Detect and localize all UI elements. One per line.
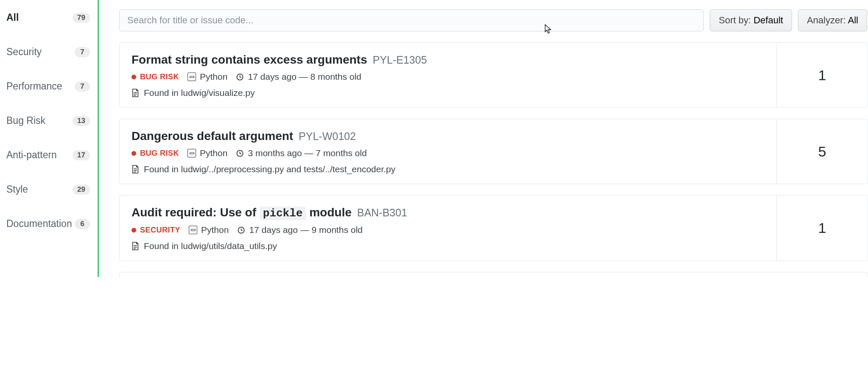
analyzer-button[interactable]: Analyzer: All (798, 9, 867, 31)
issue-card-partial (119, 272, 868, 277)
sidebar-item-bug-risk[interactable]: Bug Risk13 (0, 111, 98, 131)
issue-title: Audit required: Use of pickle module (132, 206, 352, 219)
sidebar-item-performance[interactable]: Performance7 (0, 76, 98, 96)
issue-title: Format string contains excess arguments (132, 53, 367, 66)
location-text: Found in ludwig/../preprocessing.py and … (144, 164, 395, 174)
count-badge: 29 (73, 185, 90, 195)
time-group: 17 days ago — 8 months old (236, 72, 361, 82)
time-group: 3 months ago — 7 months old (236, 148, 367, 158)
language-label: Python (200, 148, 227, 158)
count-badge: 79 (73, 13, 90, 23)
issue-title: Dangerous default argument (132, 129, 293, 143)
file-icon (132, 88, 139, 98)
sidebar-item-documentation[interactable]: Documentation6 (0, 214, 98, 234)
issue-main: Audit required: Use of pickle module BAN… (120, 196, 776, 260)
issue-card[interactable]: Dangerous default argument PYL-W0102BUG … (119, 119, 868, 184)
time-label: 17 days ago — 8 months old (248, 72, 361, 82)
code-icon: <·> (188, 149, 196, 157)
issue-code: BAN-B301 (354, 207, 407, 218)
count-badge: 13 (73, 116, 90, 126)
sidebar-item-label: Security (6, 46, 42, 58)
category-label: SECURITY (140, 226, 180, 235)
language-label: Python (200, 72, 227, 82)
issue-meta-row: BUG RISK<·>Python17 days ago — 8 months … (132, 72, 764, 82)
toolbar: Sort by: Default Analyzer: All (119, 9, 868, 31)
issue-count: 5 (776, 119, 868, 184)
issue-code: PYL-E1305 (370, 54, 427, 66)
status-dot-icon (132, 228, 136, 232)
sidebar-item-style[interactable]: Style29 (0, 179, 98, 199)
inline-code: pickle (260, 207, 306, 220)
category-label: BUG RISK (140, 149, 179, 158)
category-group: BUG RISK (132, 149, 179, 158)
location-text: Found in ludwig/visualize.py (144, 88, 255, 98)
main-content: Sort by: Default Analyzer: All Format st… (99, 0, 868, 277)
sidebar-item-label: Documentation (6, 218, 72, 230)
sidebar: All79Security7Performance7Bug Risk13Anti… (0, 0, 99, 277)
time-label: 3 months ago — 7 months old (248, 148, 367, 158)
sidebar-item-security[interactable]: Security7 (0, 42, 98, 62)
sort-value: Default (753, 15, 783, 25)
time-group: 17 days ago — 9 months old (237, 225, 362, 235)
issue-title-row: Audit required: Use of pickle module BAN… (132, 206, 764, 220)
language-label: Python (201, 225, 229, 235)
issue-meta-row: SECURITY<·>Python17 days ago — 9 months … (132, 225, 764, 235)
language-group: <·>Python (188, 148, 227, 158)
sidebar-item-label: Anti-pattern (6, 149, 57, 161)
category-label: BUG RISK (140, 73, 179, 81)
search-input[interactable] (119, 9, 704, 31)
code-icon: <·> (188, 73, 196, 81)
issue-meta-row: BUG RISK<·>Python3 months ago — 7 months… (132, 148, 764, 158)
analyzer-value: All (848, 15, 858, 25)
sidebar-item-label: Bug Risk (6, 115, 45, 126)
count-badge: 7 (75, 47, 90, 57)
sidebar-item-anti-pattern[interactable]: Anti-pattern17 (0, 145, 98, 165)
category-group: SECURITY (132, 226, 180, 235)
sidebar-item-all[interactable]: All79 (0, 8, 98, 28)
count-badge: 17 (73, 150, 90, 160)
language-group: <·>Python (188, 72, 227, 82)
issue-title-row: Dangerous default argument PYL-W0102 (132, 129, 764, 143)
file-icon (132, 241, 139, 251)
status-dot-icon (132, 151, 136, 156)
issue-count: 1 (776, 43, 868, 107)
count-badge: 7 (75, 81, 90, 92)
issue-code: PYL-W0102 (296, 130, 356, 142)
sort-by-button[interactable]: Sort by: Default (710, 9, 792, 31)
language-group: <·>Python (189, 225, 229, 235)
sidebar-item-label: Performance (6, 81, 62, 92)
issue-main: Format string contains excess arguments … (120, 43, 776, 107)
location-text: Found in ludwig/utils/data_utils.py (144, 241, 277, 251)
count-badge: 6 (75, 219, 90, 229)
issue-count: 1 (776, 196, 868, 260)
code-icon: <·> (189, 226, 197, 234)
clock-icon (236, 149, 244, 157)
issue-location-row: Found in ludwig/../preprocessing.py and … (132, 164, 764, 174)
issue-card[interactable]: Format string contains excess arguments … (119, 42, 868, 108)
category-group: BUG RISK (132, 73, 179, 81)
sidebar-item-label: Style (6, 184, 28, 195)
time-label: 17 days ago — 9 months old (249, 225, 362, 235)
issue-title-row: Format string contains excess arguments … (132, 53, 764, 67)
clock-icon (236, 73, 244, 81)
issue-location-row: Found in ludwig/visualize.py (132, 88, 764, 98)
sidebar-item-label: All (6, 12, 19, 23)
analyzer-prefix: Analyzer: (807, 15, 848, 25)
issue-main: Dangerous default argument PYL-W0102BUG … (120, 119, 776, 184)
status-dot-icon (132, 75, 136, 79)
issue-location-row: Found in ludwig/utils/data_utils.py (132, 241, 764, 251)
sort-prefix: Sort by: (719, 15, 753, 25)
issue-card[interactable]: Audit required: Use of pickle module BAN… (119, 195, 868, 261)
clock-icon (237, 226, 245, 234)
file-icon (132, 165, 139, 174)
